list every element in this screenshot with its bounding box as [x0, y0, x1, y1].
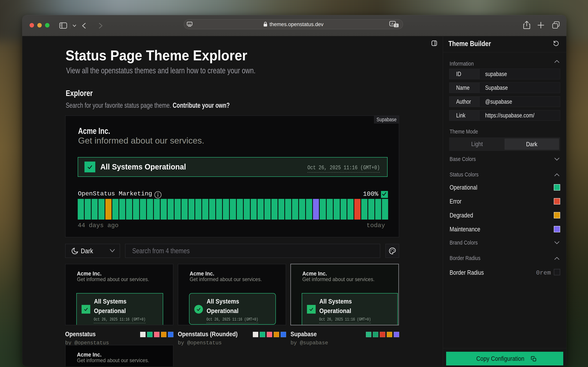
svg-text:A: A: [391, 22, 394, 26]
svg-text:文: 文: [395, 24, 398, 27]
